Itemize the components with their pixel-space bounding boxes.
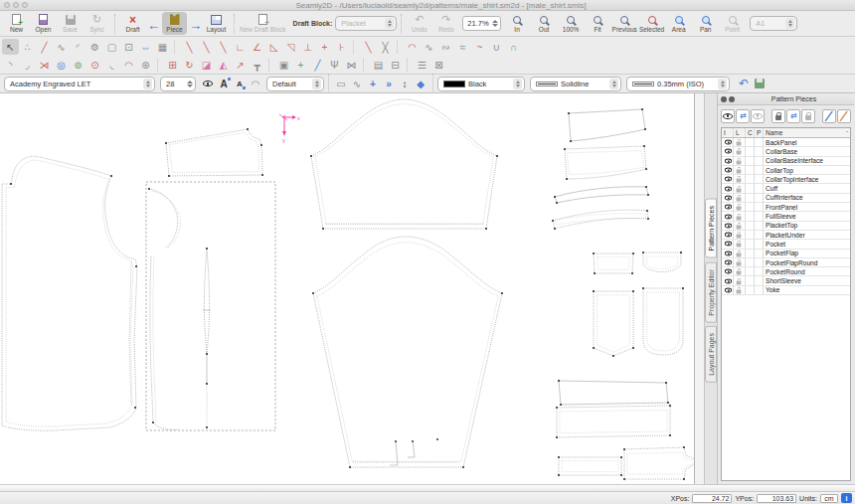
true-darts-tool[interactable]: ┳: [249, 57, 265, 73]
arc-point-tool[interactable]: ◝: [2, 57, 19, 73]
lock-icon[interactable]: [737, 252, 742, 256]
height-point-tool[interactable]: ⊥: [299, 39, 316, 55]
visible-eye-icon[interactable]: [725, 242, 732, 247]
normal-point-tool[interactable]: ╲: [198, 39, 215, 55]
visible-eye-icon[interactable]: [725, 158, 732, 163]
move-tool[interactable]: ↗: [232, 57, 249, 73]
tool-options-icon[interactable]: ⚙: [86, 39, 103, 55]
lock-icon[interactable]: [737, 216, 742, 220]
lock-icon[interactable]: [737, 289, 742, 293]
zoom-to-point-button[interactable]: »: [381, 77, 397, 91]
draft-block-select[interactable]: Placket: [335, 16, 397, 31]
pattern-piece-row[interactable]: CuffInterface: [722, 194, 850, 203]
lock-icon[interactable]: [737, 142, 742, 146]
piece-collar-top-interface[interactable]: [555, 187, 648, 203]
visible-eye-icon[interactable]: [725, 168, 732, 173]
pointer-tool[interactable]: ↖: [2, 39, 19, 55]
column-name[interactable]: Name: [764, 128, 844, 137]
column-color[interactable]: C: [746, 128, 755, 137]
background-image-tool[interactable]: ▦: [154, 39, 171, 55]
zoom-point-button[interactable]: Point: [720, 13, 745, 34]
blue-indicator-icon[interactable]: i: [841, 493, 852, 503]
save-defaults-button[interactable]: [752, 77, 768, 91]
piece-pocket[interactable]: [594, 291, 633, 356]
curve-direction-button[interactable]: ∿: [349, 77, 365, 91]
edit-properties-button[interactable]: ╱: [822, 109, 836, 123]
line-intersect-tool[interactable]: ╳: [377, 39, 394, 55]
piece-mode-button[interactable]: Piece: [162, 12, 187, 35]
toggle-visibility-button[interactable]: ⇄: [736, 109, 750, 123]
spinner-stepper-icon[interactable]: [492, 20, 498, 27]
piece-pocket-round[interactable]: [643, 288, 683, 355]
draft-mode-button[interactable]: × Draft: [120, 13, 145, 34]
previous-mode-arrow-icon[interactable]: ←: [147, 14, 160, 33]
piece-placket-under[interactable]: [559, 457, 621, 475]
line-between-points-tool[interactable]: ╱: [36, 39, 53, 55]
axis-point-tool[interactable]: +: [316, 39, 333, 55]
sync-button[interactable]: ↻ Sync: [85, 13, 109, 34]
piece-collar-base-interface[interactable]: [569, 109, 645, 141]
column-locked[interactable]: L: [734, 128, 746, 137]
table-header-row[interactable]: I L C P Name ˆ: [722, 128, 850, 138]
hide-all-pieces-button[interactable]: [751, 109, 765, 123]
visible-eye-icon[interactable]: [725, 233, 732, 238]
control-points-button[interactable]: ▭: [333, 77, 349, 91]
curve-tool[interactable]: ∿: [53, 39, 70, 55]
pattern-piece-row[interactable]: PocketFlap: [722, 250, 850, 258]
export-pieces-tool[interactable]: ▤: [370, 57, 387, 73]
pattern-piece-row[interactable]: PlacketTop: [722, 222, 850, 231]
show-labels-button[interactable]: [200, 77, 216, 91]
next-mode-arrow-icon[interactable]: →: [189, 14, 202, 33]
lock-icon[interactable]: [737, 179, 742, 183]
union-curve-tool[interactable]: ∪: [488, 39, 505, 55]
group-tool[interactable]: ⊞: [164, 57, 181, 73]
open-button[interactable]: Open: [31, 13, 56, 34]
triangle-point-tool[interactable]: ◹: [282, 39, 299, 55]
group-select[interactable]: Default: [266, 77, 324, 91]
visible-eye-icon[interactable]: [725, 287, 732, 292]
canvas-horizontal-scrollbar[interactable]: [0, 484, 855, 492]
point-name-tag-button[interactable]: ◆: [413, 77, 428, 91]
lock-icon[interactable]: [737, 188, 742, 192]
pattern-piece-row[interactable]: PocketRound: [722, 267, 850, 276]
rotate-tool[interactable]: ↻: [181, 57, 198, 73]
visible-eye-icon[interactable]: [725, 269, 732, 274]
zoom-window-button[interactable]: [22, 2, 28, 8]
piece-short-sleeve[interactable]: [311, 99, 497, 229]
curve-intersect-tool[interactable]: ∾: [437, 39, 454, 55]
new-button[interactable]: + New: [4, 13, 29, 34]
piece-full-sleeve[interactable]: [313, 237, 502, 467]
vertical-axis-button[interactable]: ↕: [397, 77, 413, 91]
internal-path-tool[interactable]: ▢: [103, 39, 120, 55]
minimize-window-button[interactable]: [13, 2, 19, 8]
union-pieces-tool[interactable]: ⋈: [343, 57, 360, 73]
lock-icon[interactable]: [737, 271, 742, 275]
visible-eye-icon[interactable]: [725, 260, 732, 265]
curve-cut-tool[interactable]: ~: [471, 39, 488, 55]
lock-icon[interactable]: [737, 197, 742, 201]
line-type-select[interactable]: Solidline: [530, 77, 621, 91]
undo-button[interactable]: ↶ Undo: [407, 13, 431, 34]
pattern-piece-row[interactable]: CollarTopInterface: [722, 175, 850, 184]
lock-icon[interactable]: [737, 170, 742, 174]
piece-pocket-flap-round[interactable]: [643, 252, 681, 272]
new-piece-tool[interactable]: +: [292, 57, 309, 73]
export-layout-tool[interactable]: ⊠: [430, 57, 447, 73]
visible-eye-icon[interactable]: [725, 177, 732, 182]
pattern-piece-row[interactable]: Yoke: [722, 286, 850, 295]
line-tool[interactable]: ╲: [360, 39, 377, 55]
piece-placket-top[interactable]: [624, 447, 695, 479]
zoom-out-button[interactable]: Out: [532, 13, 557, 34]
column-in-layout[interactable]: I: [722, 128, 734, 137]
pattern-piece-row[interactable]: FullSleeve: [722, 212, 850, 221]
duplicate-piece-tool[interactable]: ⊟: [387, 57, 404, 73]
piece-back-panel[interactable]: [146, 182, 275, 430]
visible-eye-icon[interactable]: [725, 223, 732, 228]
pattern-piece-row[interactable]: CollarBase: [722, 147, 850, 156]
zoom-selected-button[interactable]: Selected: [639, 13, 664, 34]
zoom-100-button[interactable]: 100%: [559, 13, 584, 34]
arc-along-tool[interactable]: ◞: [19, 57, 36, 73]
column-pattern[interactable]: P: [755, 128, 764, 137]
edit-color-button[interactable]: ╱: [837, 109, 851, 123]
intersect-circles-tool[interactable]: ◎: [53, 57, 70, 73]
